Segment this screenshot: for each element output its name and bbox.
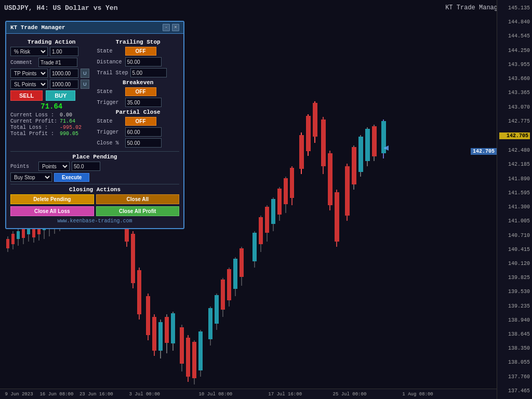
- svg-rect-2: [6, 239, 9, 248]
- partial-trigger-input[interactable]: [125, 127, 162, 137]
- svg-rect-112: [372, 126, 377, 156]
- close-all-loss-button[interactable]: Close All Loss: [10, 206, 94, 216]
- price-5: 143.955: [499, 62, 530, 68]
- close-all-button[interactable]: Close All: [96, 194, 180, 204]
- panel-title: KT Trade Manager: [10, 24, 65, 31]
- price-9: 142.775: [499, 118, 530, 124]
- current-price-box: 142.705: [471, 148, 497, 155]
- comment-input[interactable]: [38, 58, 77, 67]
- svg-rect-66: [208, 308, 212, 339]
- price-11: 142.185: [499, 162, 530, 167]
- price-27: 137.465: [499, 388, 530, 394]
- points-value-input[interactable]: [72, 162, 100, 171]
- sell-buy-row: SELL BUY: [10, 90, 93, 101]
- partial-trigger-row: Trigger: [97, 127, 180, 137]
- price-13: 141.595: [499, 190, 530, 196]
- price-axis: 145.135 144.840 144.545 144.250 143.955 …: [497, 0, 532, 399]
- tp-row: TP Points U: [10, 69, 93, 78]
- divider-2: [10, 184, 179, 184]
- price-26: 137.760: [499, 374, 530, 380]
- svg-rect-48: [146, 296, 150, 335]
- total-loss-row: Total Loss : -995.02: [10, 125, 93, 130]
- total-profit-label: Total Profit :: [10, 131, 60, 137]
- trailing-state-label: State: [97, 48, 123, 54]
- total-profit-row: Total Profit : 990.05: [10, 131, 93, 137]
- price-23: 138.645: [499, 331, 530, 337]
- order-type-row: Buy Stop Execute: [10, 172, 179, 182]
- price-22: 138.940: [499, 317, 530, 323]
- svg-rect-56: [171, 313, 175, 343]
- time-1: 9 Jun 2023: [5, 392, 33, 397]
- breakeven-state-button[interactable]: OFF: [125, 87, 156, 96]
- sl-type-select[interactable]: SL Points: [10, 79, 48, 89]
- svg-rect-64: [198, 331, 203, 370]
- price-15: 141.005: [499, 218, 530, 224]
- close-all-profit-button[interactable]: Close All Profit: [96, 206, 180, 216]
- divider-1: [10, 151, 179, 152]
- total-profit-value: 990.05: [60, 131, 78, 137]
- svg-rect-4: [11, 234, 15, 244]
- closing-grid: Delete Pending Close All Close All Loss …: [10, 194, 179, 216]
- buy-button[interactable]: BUY: [46, 90, 75, 101]
- chart-title: USDJPY, H4: US Dollar vs Yen: [4, 4, 117, 12]
- trailing-stop-title: Trailing Stop: [97, 39, 180, 45]
- trailing-step-row: Trail Step: [97, 68, 180, 77]
- svg-rect-80: [259, 217, 263, 244]
- partial-state-button[interactable]: OFF: [125, 117, 156, 126]
- place-pending-title: Place Pending: [10, 154, 179, 160]
- risk-value-input[interactable]: [50, 47, 78, 56]
- risk-type-select[interactable]: % Risk: [10, 47, 48, 56]
- partial-close-pct-input[interactable]: [125, 138, 162, 148]
- svg-rect-96: [313, 103, 317, 137]
- tp-u-button[interactable]: U: [81, 69, 89, 78]
- trailing-step-label: Trail Step: [97, 70, 128, 76]
- svg-rect-6: [17, 231, 20, 239]
- tp-value-input[interactable]: [50, 69, 78, 78]
- trailing-distance-input[interactable]: [125, 57, 162, 66]
- price-25: 138.055: [499, 360, 530, 365]
- trailing-step-input[interactable]: [130, 68, 167, 77]
- partial-close-pct-label: Close %: [97, 140, 123, 146]
- trailing-distance-label: Distance: [97, 59, 123, 65]
- partial-close-title: Partial Close: [97, 109, 180, 115]
- pending-row: Points Points: [10, 162, 179, 171]
- trailing-state-button[interactable]: OFF: [125, 47, 156, 56]
- points-type-select[interactable]: Points: [38, 162, 70, 171]
- sl-value-input[interactable]: [50, 79, 78, 89]
- minimize-button[interactable]: -: [163, 24, 170, 31]
- svg-rect-54: [165, 317, 169, 343]
- breakeven-title: Breakeven: [97, 79, 180, 86]
- time-5: 10 Jul 08:00: [198, 392, 232, 397]
- trailing-state-row: State OFF: [97, 47, 180, 56]
- price-19: 139.825: [499, 275, 530, 281]
- time-axis: 9 Jun 2023 16 Jun 08:00 23 Jun 16:00 3 J…: [0, 389, 497, 399]
- svg-rect-90: [290, 168, 294, 198]
- svg-rect-68: [215, 295, 219, 324]
- main-two-col: Trading Action % Risk Comment: [10, 37, 179, 149]
- breakeven-trigger-input[interactable]: [125, 98, 162, 107]
- close-button[interactable]: ×: [172, 24, 179, 31]
- panel-titlebar: KT Trade Manager - ×: [6, 22, 183, 34]
- svg-rect-86: [277, 189, 282, 215]
- svg-rect-60: [186, 338, 190, 377]
- svg-rect-62: [192, 342, 196, 378]
- execute-button[interactable]: Execute: [54, 173, 89, 182]
- delete-pending-button[interactable]: Delete Pending: [10, 194, 94, 204]
- breakeven-state-row: State OFF: [97, 87, 180, 96]
- svg-rect-46: [137, 270, 141, 314]
- price-6: 143.660: [499, 76, 530, 82]
- closing-actions-title: Closing Actions: [10, 187, 179, 193]
- tp-type-select[interactable]: TP Points: [10, 69, 48, 78]
- time-6: 17 Jul 16:00: [268, 392, 302, 397]
- trading-action-title: Trading Action: [10, 39, 93, 45]
- price-21: 139.235: [499, 303, 530, 309]
- sl-u-button[interactable]: U: [81, 79, 89, 89]
- sell-button[interactable]: SELL: [10, 90, 43, 101]
- time-2: 16 Jun 08:00: [39, 392, 73, 397]
- breakeven-state-label: State: [97, 89, 123, 95]
- right-section: Trailing Stop State OFF Distance Trail S…: [97, 37, 180, 149]
- order-type-select[interactable]: Buy Stop: [10, 172, 52, 182]
- profit-display: 71.64: [10, 102, 93, 111]
- price-3: 144.545: [499, 33, 530, 39]
- svg-rect-110: [365, 129, 370, 161]
